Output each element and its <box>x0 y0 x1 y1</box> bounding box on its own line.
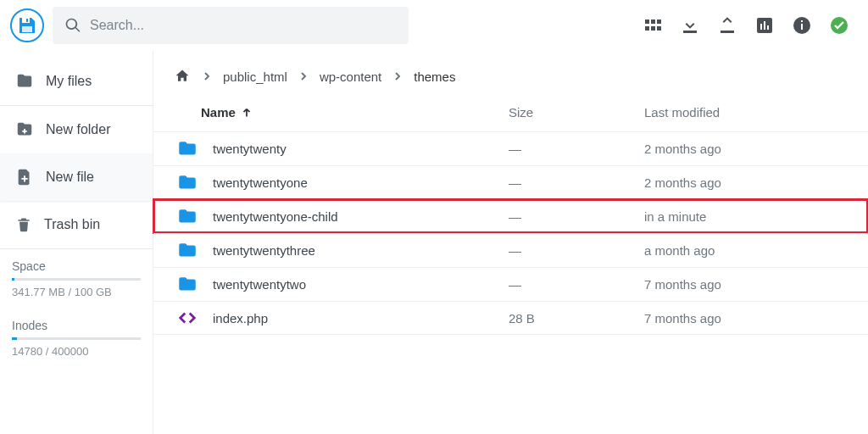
main-panel: public_html wp-content themes Name Size … <box>153 51 868 434</box>
sidebar-item-new-folder[interactable]: New folder <box>0 106 153 153</box>
breadcrumb-item[interactable]: public_html <box>223 70 287 84</box>
svg-rect-10 <box>721 31 734 33</box>
row-icon <box>164 206 211 228</box>
sidebar-space: Space 341.77 MB / 100 GB <box>0 249 153 309</box>
chevron-right-icon <box>393 72 402 81</box>
row-size: — <box>509 243 644 258</box>
row-name: twentytwentythree <box>211 243 509 258</box>
search-icon <box>64 17 81 34</box>
svg-rect-5 <box>657 19 661 24</box>
column-name[interactable]: Name <box>164 105 509 120</box>
sidebar-item-trash-bin[interactable]: Trash bin <box>0 201 153 248</box>
svg-rect-1 <box>26 19 28 22</box>
search-input[interactable] <box>90 18 397 33</box>
download-icon[interactable] <box>680 15 700 36</box>
svg-rect-12 <box>760 24 762 30</box>
space-detail: 341.77 MB / 100 GB <box>12 286 141 298</box>
breadcrumb: public_html wp-content themes <box>153 51 868 93</box>
disk-icon <box>17 15 37 36</box>
sidebar-item-label: Trash bin <box>44 217 100 232</box>
svg-rect-3 <box>645 19 649 24</box>
row-size: — <box>509 277 644 292</box>
svg-rect-17 <box>801 20 803 22</box>
svg-rect-13 <box>764 21 765 30</box>
row-modified: 7 months ago <box>644 311 848 326</box>
inodes-detail: 14780 / 400000 <box>12 345 141 358</box>
svg-rect-8 <box>657 26 661 31</box>
row-icon <box>164 172 211 194</box>
folder-icon <box>176 206 198 228</box>
inodes-label: Inodes <box>12 319 141 332</box>
svg-rect-6 <box>645 26 649 31</box>
table-row[interactable]: index.php28 B7 months ago <box>153 301 868 335</box>
row-size: — <box>509 209 644 224</box>
home-icon[interactable] <box>174 68 191 85</box>
breadcrumb-item[interactable]: wp-content <box>320 70 381 84</box>
file-plus-icon <box>15 168 34 186</box>
row-size: — <box>509 175 644 190</box>
folder-icon <box>15 72 34 91</box>
folder-icon <box>176 274 198 296</box>
sidebar-item-my-files[interactable]: My files <box>0 58 153 105</box>
row-modified: in a minute <box>644 209 848 224</box>
sidebar-item-new-file[interactable]: New file <box>0 153 153 201</box>
sidebar-item-label: New file <box>46 170 94 185</box>
sidebar-inodes: Inodes 14780 / 400000 <box>0 309 153 368</box>
folder-icon <box>176 172 198 194</box>
svg-rect-0 <box>22 18 30 23</box>
topbar <box>0 0 868 51</box>
toolbar <box>643 15 858 36</box>
sidebar-item-label: New folder <box>46 122 110 137</box>
sort-up-icon <box>241 107 253 119</box>
row-size: 28 B <box>509 311 644 326</box>
table-row[interactable]: twentytwentyone-child—in a minute <box>153 199 868 233</box>
folder-icon <box>176 240 198 262</box>
inodes-progress <box>12 337 141 340</box>
space-label: Space <box>12 259 141 273</box>
folder-plus-icon <box>15 120 34 139</box>
trash-icon <box>15 215 32 234</box>
sidebar-item-label: My files <box>46 74 92 89</box>
app-logo[interactable] <box>10 8 44 42</box>
column-modified[interactable]: Last modified <box>644 105 848 120</box>
chevron-right-icon <box>203 72 211 81</box>
row-modified: a month ago <box>644 243 848 258</box>
upload-icon[interactable] <box>717 15 737 36</box>
column-size[interactable]: Size <box>509 105 644 120</box>
svg-rect-14 <box>767 25 769 30</box>
row-modified: 7 months ago <box>644 277 848 292</box>
row-name: index.php <box>211 311 509 326</box>
table-row[interactable]: twentytwentyone—2 months ago <box>153 165 868 199</box>
code-icon <box>178 309 197 327</box>
info-icon[interactable] <box>792 15 812 36</box>
grid-view-icon[interactable] <box>643 15 663 36</box>
row-icon <box>164 309 211 327</box>
row-name: twentytwentytwo <box>211 277 509 292</box>
table-row[interactable]: twentytwentytwo—7 months ago <box>153 267 868 301</box>
row-name: twentytwentyone <box>211 175 509 190</box>
file-list: twentytwenty—2 months agotwentytwentyone… <box>153 131 868 335</box>
row-name: twentytwenty <box>211 142 509 156</box>
space-progress <box>12 278 141 281</box>
svg-rect-9 <box>683 31 697 33</box>
row-size: — <box>509 142 644 156</box>
table-row[interactable]: twentytwenty—2 months ago <box>153 131 868 165</box>
row-icon <box>164 274 211 296</box>
row-modified: 2 months ago <box>644 175 848 190</box>
check-icon[interactable] <box>829 15 849 36</box>
row-icon <box>164 240 211 262</box>
folder-icon <box>176 138 198 160</box>
breadcrumb-item[interactable]: themes <box>414 70 455 84</box>
row-name: twentytwentyone-child <box>211 209 509 224</box>
row-modified: 2 months ago <box>644 142 848 156</box>
row-icon <box>164 138 211 160</box>
table-header: Name Size Last modified <box>153 93 868 131</box>
svg-rect-2 <box>22 26 32 32</box>
svg-rect-16 <box>801 24 803 30</box>
svg-rect-7 <box>651 26 655 31</box>
search-input-wrap[interactable] <box>53 7 409 44</box>
stats-icon[interactable] <box>754 15 775 36</box>
sidebar: My files New folder New file Trash bin S… <box>0 51 153 434</box>
table-row[interactable]: twentytwentythree—a month ago <box>153 233 868 267</box>
chevron-right-icon <box>299 72 308 81</box>
